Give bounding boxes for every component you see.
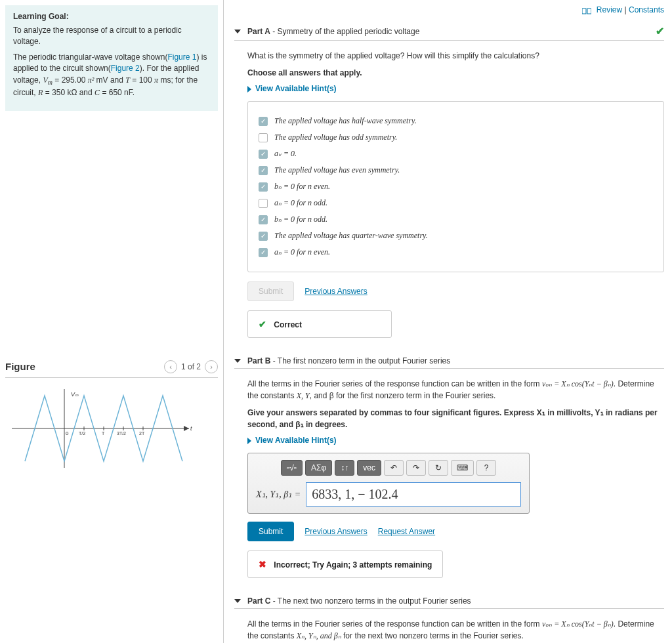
x-icon: ✖ xyxy=(259,559,266,570)
learning-goal-p1: To analyze the response of a circuit to … xyxy=(13,25,210,48)
choices-box: ✓The applied voltage has half-wave symme… xyxy=(247,101,664,272)
part-a: Part A - Symmetry of the applied periodi… xyxy=(234,25,664,338)
figure-1-svg: Vₘ t 0 T/2 T 3T/2 2T xyxy=(5,386,196,471)
tb-help-button[interactable]: ? xyxy=(476,460,496,476)
checkbox-icon[interactable]: ✓ xyxy=(259,117,268,126)
part-c-question: All the terms in the Fourier series of t… xyxy=(247,618,664,642)
previous-answers-a[interactable]: Previous Answers xyxy=(304,287,367,296)
checkbox-icon[interactable]: ✓ xyxy=(259,182,268,192)
choice-row[interactable]: ✓bₙ = 0 for n odd. xyxy=(259,215,653,224)
figure-next-button[interactable]: › xyxy=(205,360,218,373)
tb-greek-button[interactable]: ΑΣφ xyxy=(305,460,332,476)
answer-input-frame: ▫√▫ ΑΣφ ↕↑ vec ↶ ↷ ↻ ⌨ ? X₁, Y₁, β₁ = 68… xyxy=(247,453,530,514)
constants-link[interactable]: Constants xyxy=(629,5,664,14)
learning-goal-heading: Learning Goal: xyxy=(13,12,210,21)
checkbox-icon[interactable]: ✓ xyxy=(259,248,268,257)
caret-right-icon xyxy=(247,86,251,93)
previous-answers-b[interactable]: Previous Answers xyxy=(304,527,367,536)
tb-subsup-button[interactable]: ↕↑ xyxy=(335,460,354,476)
part-a-question: What is the symmetry of the applied volt… xyxy=(247,50,664,62)
choice-row[interactable]: ✓The applied voltage has quarter-wave sy… xyxy=(259,231,653,241)
caret-down-icon xyxy=(234,30,241,33)
svg-text:T/2: T/2 xyxy=(79,431,85,436)
checkbox-icon[interactable] xyxy=(259,133,268,142)
book-icon xyxy=(582,7,591,14)
tb-redo-button[interactable]: ↷ xyxy=(406,460,426,476)
svg-text:2T: 2T xyxy=(139,431,145,436)
figure-counter: 1 of 2 xyxy=(181,362,201,371)
choice-row[interactable]: ✓The applied voltage has even symmetry. xyxy=(259,165,653,175)
request-answer-b[interactable]: Request Answer xyxy=(378,527,435,536)
part-a-header[interactable]: Part A - Symmetry of the applied periodi… xyxy=(234,25,664,41)
answer-input[interactable]: 6833, 1, − 102.4 xyxy=(306,482,521,507)
submit-a-button: Submit xyxy=(247,281,294,301)
svg-text:T: T xyxy=(102,431,105,436)
tb-keyboard-button[interactable]: ⌨ xyxy=(451,460,474,476)
svg-text:3T/2: 3T/2 xyxy=(117,431,126,436)
part-b-header[interactable]: Part B - The first nonzero term in the o… xyxy=(234,356,664,369)
part-b: Part B - The first nonzero term in the o… xyxy=(234,356,664,578)
feedback-a: ✔ Correct xyxy=(247,310,392,338)
choice-row[interactable]: ✓aᵥ = 0. xyxy=(259,149,653,159)
check-icon: ✔ xyxy=(259,319,266,329)
checkbox-icon[interactable]: ✓ xyxy=(259,215,268,224)
part-b-instruction: Give your answers separated by commas to… xyxy=(247,407,664,430)
svg-text:t: t xyxy=(190,425,192,432)
learning-goal-box: Learning Goal: To analyze the response o… xyxy=(5,5,218,111)
svg-text:0: 0 xyxy=(66,430,69,436)
caret-right-icon xyxy=(247,438,251,444)
part-b-question: All the terms in the Fourier series of t… xyxy=(247,378,664,402)
figure-title: Figure xyxy=(5,361,35,372)
tb-reset-button[interactable]: ↻ xyxy=(429,460,448,476)
part-c: Part C - The next two nonzero terms in t… xyxy=(234,596,664,643)
checkbox-icon[interactable] xyxy=(259,199,268,208)
tb-vec-button[interactable]: vec xyxy=(357,460,381,476)
review-link[interactable]: Review xyxy=(597,5,622,14)
choice-row[interactable]: aₙ = 0 for n odd. xyxy=(259,198,653,208)
caret-down-icon xyxy=(234,359,241,363)
feedback-b: ✖ Incorrect; Try Again; 3 attempts remai… xyxy=(247,550,443,578)
submit-b-button[interactable]: Submit xyxy=(247,522,294,541)
choice-row[interactable]: The applied voltage has odd symmetry. xyxy=(259,133,653,142)
checkbox-icon[interactable]: ✓ xyxy=(259,150,268,159)
svg-marker-1 xyxy=(184,426,189,431)
choice-row[interactable]: ✓aₙ = 0 for n even. xyxy=(259,247,653,257)
choice-row[interactable]: ✓The applied voltage has half-wave symme… xyxy=(259,116,653,126)
svg-text:Vₘ: Vₘ xyxy=(71,391,79,398)
view-hints-a[interactable]: View Available Hint(s) xyxy=(247,84,664,93)
checkbox-icon[interactable]: ✓ xyxy=(259,232,268,241)
figure-1-link[interactable]: Figure 1 xyxy=(167,52,196,62)
tb-undo-button[interactable]: ↶ xyxy=(384,460,404,476)
check-icon: ✔ xyxy=(656,25,664,37)
part-c-header[interactable]: Part C - The next two nonzero terms in t… xyxy=(234,596,664,609)
view-hints-b[interactable]: View Available Hint(s) xyxy=(247,436,664,445)
figure-2-link[interactable]: Figure 2 xyxy=(111,64,140,73)
answer-label: X₁, Y₁, β₁ = xyxy=(256,489,301,500)
choice-row[interactable]: ✓bₙ = 0 for n even. xyxy=(259,182,653,192)
caret-down-icon xyxy=(234,599,241,603)
math-toolbar: ▫√▫ ΑΣφ ↕↑ vec ↶ ↷ ↻ ⌨ ? xyxy=(256,460,521,476)
choose-instruction: Choose all answers that apply. xyxy=(247,67,664,79)
svg-rect-14 xyxy=(582,9,586,14)
checkbox-icon[interactable]: ✓ xyxy=(259,166,268,175)
tb-fraction-button[interactable]: ▫√▫ xyxy=(281,460,303,476)
figure-prev-button[interactable]: ‹ xyxy=(164,360,177,373)
svg-rect-15 xyxy=(587,9,591,14)
learning-goal-p2: The periodic triangular-wave voltage sho… xyxy=(13,52,210,99)
